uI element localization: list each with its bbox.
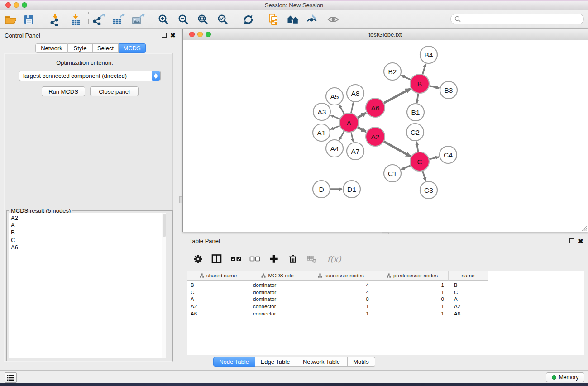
graph-node-C1[interactable]: C1	[384, 165, 401, 182]
import-table-button[interactable]	[67, 12, 84, 27]
graph-edge-A-A4[interactable]	[339, 131, 344, 140]
graph-node-C3[interactable]: C3	[420, 181, 437, 199]
graph-node-A7[interactable]: A7	[347, 143, 364, 160]
mcds-list-scrollbar[interactable]	[162, 213, 166, 358]
graph-node-B4[interactable]: B4	[420, 46, 437, 63]
vertical-split-handle[interactable]	[179, 196, 182, 203]
task-history-button[interactable]	[5, 372, 17, 383]
close-panel-button[interactable]: Close panel	[90, 86, 139, 96]
network-canvas[interactable]: B4B2BB3A8A5A6A3B1AC2A1A2A4A7C4CC1C3DD1	[183, 40, 588, 232]
graph-edge-A-A2[interactable]	[358, 127, 366, 132]
mcds-result-item-a[interactable]: A	[11, 222, 166, 229]
search-input[interactable]	[463, 15, 583, 23]
graph-node-B1[interactable]: B1	[407, 104, 424, 121]
table-panel-close-button[interactable]: ✖	[578, 239, 583, 244]
toggle-visibility-button[interactable]	[325, 12, 341, 27]
graph-edge-A-A1[interactable]	[330, 126, 340, 129]
graph-node-C4[interactable]: C4	[440, 146, 457, 163]
horizontal-split-handle[interactable]	[382, 232, 389, 234]
column-header-shared-name[interactable]: shared name	[187, 271, 249, 281]
export-network-button[interactable]	[91, 12, 107, 27]
graph-node-B3[interactable]: B3	[440, 81, 457, 99]
graph-edge-B-B3[interactable]	[429, 86, 439, 88]
graph-node-A2[interactable]: A2	[366, 127, 385, 146]
graph-edge-C-C1[interactable]	[401, 166, 411, 170]
graph-node-A3[interactable]: A3	[313, 103, 330, 120]
tab-select[interactable]: Select	[93, 43, 119, 53]
deselect-all-rows-button[interactable]	[249, 253, 261, 265]
table-row-a2[interactable]: A2connector11A2	[187, 303, 584, 310]
table-row-b[interactable]: Bdominator41B	[187, 281, 584, 289]
graph-edge-A-A5[interactable]	[339, 105, 344, 114]
apply-layout-button[interactable]	[240, 12, 256, 27]
column-header-successor-nodes[interactable]: successor nodes	[306, 271, 376, 281]
table-panel-float-button[interactable]	[569, 238, 574, 243]
graph-edge-A2-C[interactable]	[384, 142, 411, 157]
select-all-rows-button[interactable]	[229, 253, 242, 265]
add-column-button[interactable]	[268, 253, 280, 265]
graph-edge-A-A7[interactable]	[351, 132, 354, 142]
tab-edge-table[interactable]: Edge Table	[255, 357, 296, 367]
tab-node-table[interactable]: Node Table	[213, 357, 255, 367]
graph-edge-A-A6[interactable]	[358, 113, 366, 118]
graph-edge-C-C2[interactable]	[416, 142, 418, 152]
graph-edge-A-A8[interactable]	[351, 103, 354, 113]
graph-edge-B-B1[interactable]	[417, 94, 418, 103]
graph-node-B2[interactable]: B2	[384, 63, 401, 80]
export-table-button[interactable]	[110, 12, 127, 27]
zoom-fit-button[interactable]	[195, 12, 211, 27]
graph-edge-B-B4[interactable]	[423, 64, 426, 74]
graph-node-C[interactable]: C	[410, 152, 429, 171]
optimization-criterion-select[interactable]: largest connected component (directed)	[19, 71, 161, 81]
import-network-button[interactable]	[47, 12, 63, 27]
graph-edge-B-B2[interactable]	[401, 76, 411, 80]
mcds-result-list[interactable]: A2ABCA6	[9, 213, 166, 358]
graph-edge-C-C3[interactable]	[423, 171, 426, 181]
table-row-a[interactable]: Adominator80A	[187, 296, 584, 303]
zoom-selected-button[interactable]	[215, 12, 231, 27]
graph-node-A8[interactable]: A8	[347, 85, 364, 102]
graph-node-D[interactable]: D	[313, 181, 330, 198]
open-session-button[interactable]	[3, 12, 19, 27]
memory-button[interactable]: Memory	[546, 372, 584, 382]
graph-node-A6[interactable]: A6	[366, 98, 385, 117]
show-graphics-details-button[interactable]	[304, 12, 320, 27]
column-header-name[interactable]: name	[449, 271, 488, 281]
mcds-result-item-b[interactable]: B	[11, 229, 166, 236]
save-session-button[interactable]	[21, 12, 37, 27]
table-options-button[interactable]	[191, 253, 204, 265]
home-button[interactable]	[285, 12, 301, 27]
control-panel-float-button[interactable]	[162, 33, 167, 38]
graph-node-D1[interactable]: D1	[343, 181, 360, 198]
graph-node-B[interactable]: B	[410, 74, 429, 93]
graph-node-A1[interactable]: A1	[313, 124, 330, 141]
table-row-a6[interactable]: A6connector11A6	[187, 310, 584, 317]
tab-motifs[interactable]: Motifs	[348, 357, 375, 367]
mcds-result-item-a2[interactable]: A2	[11, 214, 166, 222]
zoom-in-button[interactable]	[155, 12, 172, 27]
open-network-from-file-button[interactable]	[266, 12, 282, 27]
column-header-predecessor-nodes[interactable]: predecessor nodes	[376, 271, 449, 281]
graph-edge-A6-B[interactable]	[384, 89, 410, 103]
zoom-out-button[interactable]	[175, 12, 191, 27]
table-row-c[interactable]: Cdominator41C	[187, 289, 584, 296]
graph-node-A[interactable]: A	[339, 113, 359, 132]
tab-mcds[interactable]: MCDS	[119, 43, 146, 53]
export-image-button[interactable]	[130, 12, 147, 27]
tab-network[interactable]: Network	[35, 43, 68, 53]
mcds-result-item-c[interactable]: C	[11, 237, 166, 244]
resize-grip-icon[interactable]	[581, 225, 587, 231]
graph-node-A5[interactable]: A5	[326, 88, 343, 105]
column-visibility-button[interactable]	[210, 253, 223, 265]
graph-node-C2[interactable]: C2	[406, 124, 424, 141]
delete-column-button[interactable]	[287, 253, 299, 265]
mcds-result-item-a6[interactable]: A6	[11, 244, 166, 251]
graph-edge-C-C4[interactable]	[429, 157, 439, 159]
run-mcds-button[interactable]: Run MCDS	[42, 86, 85, 96]
control-panel-close-button[interactable]: ✖	[170, 33, 176, 38]
graph-node-A4[interactable]: A4	[326, 140, 343, 157]
graph-edge-A-A3[interactable]	[330, 115, 339, 119]
tab-network-table[interactable]: Network Table	[296, 357, 348, 367]
tab-style[interactable]: Style	[68, 43, 93, 53]
column-header-mcds-role[interactable]: MCDS role	[249, 271, 306, 281]
